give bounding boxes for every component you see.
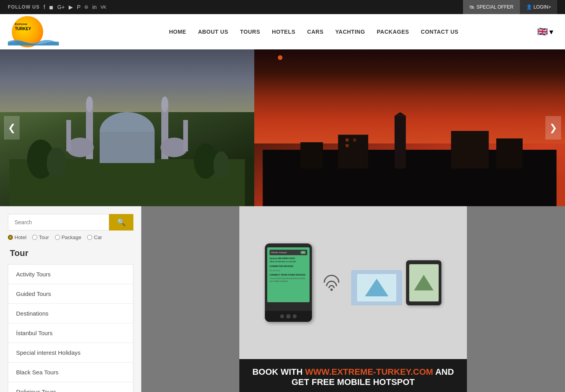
devices-group bbox=[351, 260, 441, 305]
search-icon: 🔍 bbox=[117, 218, 126, 226]
login-button[interactable]: 👤 LOGIN> bbox=[520, 0, 557, 14]
hero-left-panel bbox=[0, 49, 254, 206]
nav-packages[interactable]: PACKAGES bbox=[377, 29, 409, 35]
phone-menu-btn bbox=[293, 314, 297, 318]
radio-tour[interactable]: Tour bbox=[32, 234, 49, 240]
laptop-screen-graphic bbox=[365, 279, 388, 296]
phone-back-btn bbox=[280, 314, 284, 318]
phone-mockup: Mobile Hotspot ON Verizon-SM-G900V-XXXX … bbox=[265, 243, 312, 322]
navigation-bar: Extreme TURKEY HOME ABOUT US TOURS HOTEL… bbox=[0, 14, 565, 49]
top-right-buttons: 🛍 SPECIAL OFFER 👤 LOGIN> bbox=[463, 0, 557, 14]
nav-links: HOME ABOUT US TOURS HOTELS CARS YACHTING… bbox=[90, 29, 537, 35]
language-selector[interactable]: 🇬🇧 ▾ bbox=[537, 27, 553, 37]
svg-point-2 bbox=[47, 147, 66, 179]
google-plus-icon[interactable]: G+ bbox=[57, 4, 65, 10]
tablet-mockup bbox=[406, 260, 441, 305]
svg-rect-20 bbox=[451, 131, 489, 169]
svg-rect-19 bbox=[301, 142, 323, 169]
nav-home[interactable]: HOME bbox=[169, 29, 186, 35]
top-bar: FOLLOW US f ◼ G+ ▶ P ☮ in VK 🛍 SPECIAL O… bbox=[0, 0, 565, 14]
tour-item-guided-tours[interactable]: Guided Tours bbox=[8, 284, 133, 304]
logo-line2: TURKEY bbox=[15, 26, 40, 32]
user-icon: 👤 bbox=[526, 4, 532, 10]
logo[interactable]: Extreme TURKEY bbox=[12, 16, 59, 47]
tour-item-istanbul-tours[interactable]: İstanbul Tours bbox=[8, 323, 133, 343]
special-offer-button[interactable]: 🛍 SPECIAL OFFER bbox=[463, 0, 519, 14]
svg-point-10 bbox=[161, 96, 168, 112]
svg-rect-14 bbox=[183, 120, 188, 151]
svg-rect-24 bbox=[346, 144, 349, 147]
svg-rect-6 bbox=[100, 132, 155, 163]
phone-home-btn bbox=[286, 314, 290, 318]
tour-item-religious-tours[interactable]: Religious Tours bbox=[8, 382, 133, 392]
logo-area: Extreme TURKEY bbox=[12, 16, 90, 47]
tour-item-black-sea-tours[interactable]: Black Sea Tours bbox=[8, 363, 133, 382]
phone-screen: Mobile Hotspot ON Verizon-SM-G900V-XXXX … bbox=[267, 247, 310, 302]
logo-wave bbox=[8, 38, 59, 45]
nav-hotels[interactable]: HOTELS bbox=[272, 29, 295, 35]
phone-bottom-buttons bbox=[265, 311, 312, 322]
modal-sub-text: STAY CONNECTED IN TURKEY! MOBILE HOTSPOT… bbox=[247, 390, 459, 392]
search-input[interactable] bbox=[8, 214, 109, 230]
tour-item-special-interest[interactable]: Special interest Holidays bbox=[8, 343, 133, 363]
nav-tours[interactable]: TOURS bbox=[240, 29, 260, 35]
tour-section-title: Tour bbox=[8, 248, 133, 258]
logo-line1: Extreme bbox=[15, 22, 40, 26]
main-content: 🔍 Hotel Tour Package Car Tour Activity T… bbox=[0, 206, 565, 392]
instagram-icon[interactable]: ◼ bbox=[49, 4, 53, 10]
modal-overlay[interactable]: Mobile Hotspot ON Verizon-SM-G900V-XXXX … bbox=[141, 206, 565, 392]
modal-box: Mobile Hotspot ON Verizon-SM-G900V-XXXX … bbox=[239, 206, 467, 392]
tablet-screen bbox=[409, 264, 439, 301]
tablet-screen-graphic bbox=[414, 275, 434, 290]
radio-car[interactable]: Car bbox=[87, 234, 102, 240]
tripadvisor-icon[interactable]: ☮ bbox=[84, 5, 88, 10]
svg-marker-17 bbox=[395, 112, 406, 116]
pinterest-icon[interactable]: P bbox=[77, 4, 80, 10]
vk-icon[interactable]: VK bbox=[100, 5, 106, 9]
hero-next-button[interactable]: ❯ bbox=[545, 116, 561, 140]
tour-item-destinations[interactable]: Destinations bbox=[8, 304, 133, 323]
svg-rect-23 bbox=[353, 138, 356, 142]
tour-list: Activity Tours Guided Tours Destinations… bbox=[8, 264, 133, 392]
modal-website-link[interactable]: WWW.EXTREME-TURKEY.COM bbox=[305, 367, 433, 377]
svg-point-4 bbox=[213, 151, 229, 179]
chevron-down-icon: ▾ bbox=[549, 27, 553, 36]
modal-text-area: BOOK WITH WWW.EXTREME-TURKEY.COM AND GET… bbox=[239, 359, 467, 392]
follow-us-label: FOLLOW US bbox=[8, 4, 40, 10]
hero-right-panel bbox=[254, 49, 565, 206]
laptop-screen bbox=[357, 274, 396, 301]
hero-prev-button[interactable]: ❮ bbox=[4, 116, 20, 140]
radio-hotel[interactable]: Hotel bbox=[8, 234, 26, 240]
svg-rect-21 bbox=[496, 138, 523, 169]
search-button[interactable]: 🔍 bbox=[109, 214, 133, 230]
youtube-icon[interactable]: ▶ bbox=[69, 4, 73, 10]
svg-rect-13 bbox=[66, 120, 71, 151]
hero-slider: ❮ ❯ bbox=[0, 49, 565, 206]
prev-arrow-icon: ❮ bbox=[8, 122, 16, 133]
modal-image-area: Mobile Hotspot ON Verizon-SM-G900V-XXXX … bbox=[239, 206, 467, 359]
next-arrow-icon: ❯ bbox=[549, 122, 557, 133]
sidebar: 🔍 Hotel Tour Package Car Tour Activity T… bbox=[0, 206, 141, 392]
radio-package[interactable]: Package bbox=[55, 234, 82, 240]
shopping-bag-icon: 🛍 bbox=[469, 4, 474, 10]
book-with-text: BOOK WITH bbox=[252, 367, 303, 377]
search-type-radio-group: Hotel Tour Package Car bbox=[8, 234, 133, 240]
hotspot-illustration: Mobile Hotspot ON Verizon-SM-G900V-XXXX … bbox=[239, 206, 467, 359]
uk-flag-icon: 🇬🇧 bbox=[537, 27, 548, 37]
nav-cars[interactable]: CARS bbox=[307, 29, 324, 35]
svg-point-8 bbox=[86, 96, 93, 112]
linkedin-icon[interactable]: in bbox=[92, 4, 97, 10]
city-svg bbox=[254, 112, 565, 206]
search-box: 🔍 bbox=[8, 214, 133, 230]
mosque-svg bbox=[0, 81, 254, 206]
nav-about-us[interactable]: ABOUT US bbox=[198, 29, 228, 35]
tour-item-activity-tours[interactable]: Activity Tours bbox=[8, 265, 133, 284]
hero-indicator-dot bbox=[278, 55, 282, 60]
laptop-mockup bbox=[351, 270, 402, 305]
facebook-icon[interactable]: f bbox=[44, 4, 45, 10]
nav-contact-us[interactable]: CONTACT US bbox=[421, 29, 459, 35]
right-content-area: Mobile Hotspot ON Verizon-SM-G900V-XXXX … bbox=[141, 206, 565, 392]
modal-main-text: BOOK WITH WWW.EXTREME-TURKEY.COM AND GET… bbox=[247, 367, 459, 387]
nav-yachting[interactable]: YACHTING bbox=[335, 29, 365, 35]
wifi-symbol bbox=[324, 275, 339, 291]
